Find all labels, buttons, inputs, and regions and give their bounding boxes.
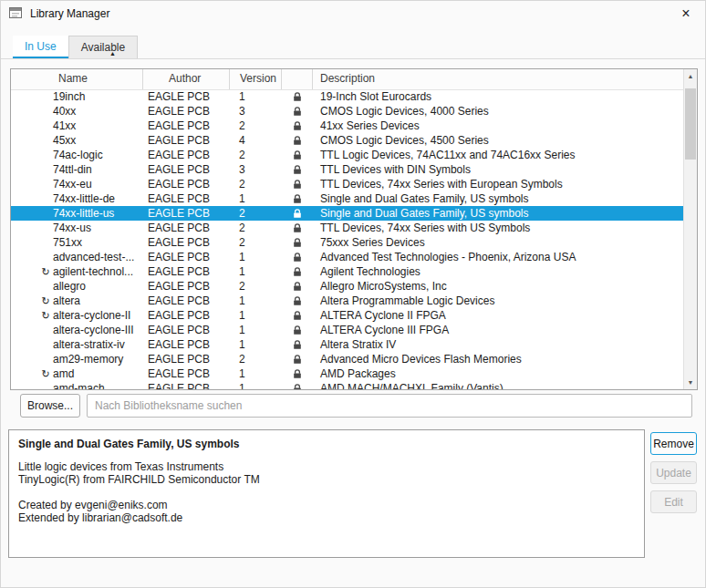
table-row[interactable]: 74xx-little-usEAGLE PCB2Single and Dual … [11, 206, 683, 221]
vertical-scrollbar[interactable]: ▲ ▼ [683, 69, 697, 389]
close-icon[interactable]: × [675, 6, 697, 21]
library-author: EAGLE PCB [143, 279, 230, 294]
table-row[interactable]: advanced-test-...EAGLE PCB1Advanced Test… [11, 250, 683, 264]
refresh-icon [38, 323, 53, 337]
library-name: am29-memory [53, 352, 123, 366]
column-header-managed[interactable] [282, 69, 313, 89]
table-row[interactable]: ↻altera-cyclone-IIEAGLE PCB1ALTERA Cyclo… [11, 308, 683, 323]
library-name: agilent-technol... [53, 264, 133, 279]
table-row[interactable]: 45xxEAGLE PCB4CMOS Logic Devices, 4500 S… [11, 133, 683, 148]
column-header-author[interactable]: Author [143, 69, 230, 89]
library-name: altera-cyclone-III [53, 323, 134, 337]
update-button[interactable]: Update [650, 461, 697, 484]
refresh-icon [38, 119, 53, 133]
refresh-icon [38, 89, 53, 104]
remove-button[interactable]: Remove [650, 432, 697, 455]
table-row[interactable]: amd-machEAGLE PCB1AMD MACH/MACHXL Family… [11, 381, 683, 389]
library-author: EAGLE PCB [143, 177, 230, 191]
table-row[interactable]: 74xx-little-deEAGLE PCB1Single and Dual … [11, 191, 683, 206]
library-table: Name Author Version Description 19inchEA… [10, 68, 698, 390]
refresh-icon [38, 250, 53, 264]
details-line: Little logic devices from Texas Instrume… [18, 460, 635, 473]
library-author: EAGLE PCB [143, 264, 230, 279]
table-row[interactable]: ↻alteraEAGLE PCB1Altera Programmable Log… [11, 294, 683, 308]
library-version: 1 [230, 337, 282, 352]
library-description: Allegro MicroSystems, Inc [313, 279, 683, 294]
titlebar: Library Manager × [1, 1, 705, 26]
library-name: advanced-test-... [53, 250, 134, 264]
library-version: 1 [230, 366, 282, 381]
library-version: 1 [230, 323, 282, 337]
lock-icon [282, 191, 313, 206]
library-name: 74xx-us [53, 221, 91, 235]
library-version: 2 [230, 221, 282, 235]
window-title: Library Manager [30, 7, 109, 20]
library-search-input[interactable] [87, 394, 692, 418]
library-author: EAGLE PCB [143, 337, 230, 352]
library-description: Altera Stratix IV [313, 337, 683, 352]
table-row[interactable]: altera-cyclone-IIIEAGLE PCB1ALTERA Cyclo… [11, 323, 683, 337]
lock-icon [282, 104, 313, 119]
browse-button[interactable]: Browse... [20, 394, 80, 418]
table-row[interactable]: altera-stratix-ivEAGLE PCB1Altera Strati… [11, 337, 683, 352]
library-author: EAGLE PCB [143, 148, 230, 162]
library-author: EAGLE PCB [143, 133, 230, 148]
library-author: EAGLE PCB [143, 250, 230, 264]
lock-icon [282, 162, 313, 177]
library-version: 2 [230, 352, 282, 366]
library-description: TTL Devices with DIN Symbols [313, 162, 683, 177]
scroll-up-icon[interactable]: ▲ [684, 69, 697, 83]
table-row[interactable]: 74ttl-dinEAGLE PCB3TTL Devices with DIN … [11, 162, 683, 177]
table-body: 19inchEAGLE PCB119-Inch Slot Eurocards40… [11, 89, 683, 389]
library-author: EAGLE PCB [143, 308, 230, 323]
table-row[interactable]: 19inchEAGLE PCB119-Inch Slot Eurocards [11, 89, 683, 104]
column-header-description[interactable]: Description [313, 69, 683, 89]
edit-button[interactable]: Edit [650, 490, 697, 513]
library-author: EAGLE PCB [143, 191, 230, 206]
table-row[interactable]: 751xxEAGLE PCB275xxx Series Devices [11, 235, 683, 250]
table-row[interactable]: 74xx-usEAGLE PCB2TTL Devices, 74xx Serie… [11, 221, 683, 235]
library-description: AMD MACH/MACHXL Family (Vantis) [313, 381, 683, 389]
library-author: EAGLE PCB [143, 206, 230, 221]
refresh-icon [38, 337, 53, 352]
library-description: 75xxx Series Devices [313, 235, 683, 250]
library-version: 2 [230, 235, 282, 250]
refresh-icon: ↻ [38, 366, 53, 381]
tab-available[interactable]: Available [68, 36, 138, 59]
refresh-icon [38, 177, 53, 191]
details-line: Extended by librarian@cadsoft.de [18, 511, 635, 524]
table-row[interactable]: 41xxEAGLE PCB241xx Series Devices [11, 119, 683, 133]
lock-icon [282, 119, 313, 133]
column-header-name[interactable]: Name [11, 69, 143, 89]
table-row[interactable]: am29-memoryEAGLE PCB2Advanced Micro Devi… [11, 352, 683, 366]
scrollbar-thumb[interactable] [685, 88, 696, 160]
scroll-down-icon[interactable]: ▼ [684, 376, 697, 389]
refresh-icon [38, 162, 53, 177]
library-author: EAGLE PCB [143, 381, 230, 389]
library-author: EAGLE PCB [143, 162, 230, 177]
table-row[interactable]: ↻agilent-technol...EAGLE PCB1Agilent Tec… [11, 264, 683, 279]
column-header-version[interactable]: Version [230, 69, 282, 89]
library-description: Advanced Micro Devices Flash Memories [313, 352, 683, 366]
lock-icon [282, 337, 313, 352]
library-name: 74ac-logic [53, 148, 103, 162]
refresh-icon: ↻ [38, 294, 53, 308]
table-row[interactable]: allegroEAGLE PCB2Allegro MicroSystems, I… [11, 279, 683, 294]
library-name: 74ttl-din [53, 162, 92, 177]
refresh-icon [38, 279, 53, 294]
lock-icon [282, 250, 313, 264]
lock-icon [282, 235, 313, 250]
table-row[interactable]: 40xxEAGLE PCB3CMOS Logic Devices, 4000 S… [11, 104, 683, 119]
library-name: altera [53, 294, 80, 308]
table-row[interactable]: 74xx-euEAGLE PCB2TTL Devices, 74xx Serie… [11, 177, 683, 191]
tab-scroll-indicator: ▲ [109, 50, 116, 57]
library-description: AMD Packages [313, 366, 683, 381]
tab-pane-border [1, 58, 705, 59]
refresh-icon [38, 133, 53, 148]
library-description: Altera Programmable Logic Devices [313, 294, 683, 308]
refresh-icon [38, 381, 53, 389]
table-row[interactable]: 74ac-logicEAGLE PCB2TTL Logic Devices, 7… [11, 148, 683, 162]
tab-in-use[interactable]: In Use [13, 36, 68, 59]
table-row[interactable]: ↻amdEAGLE PCB1AMD Packages [11, 366, 683, 381]
lock-icon [282, 381, 313, 389]
